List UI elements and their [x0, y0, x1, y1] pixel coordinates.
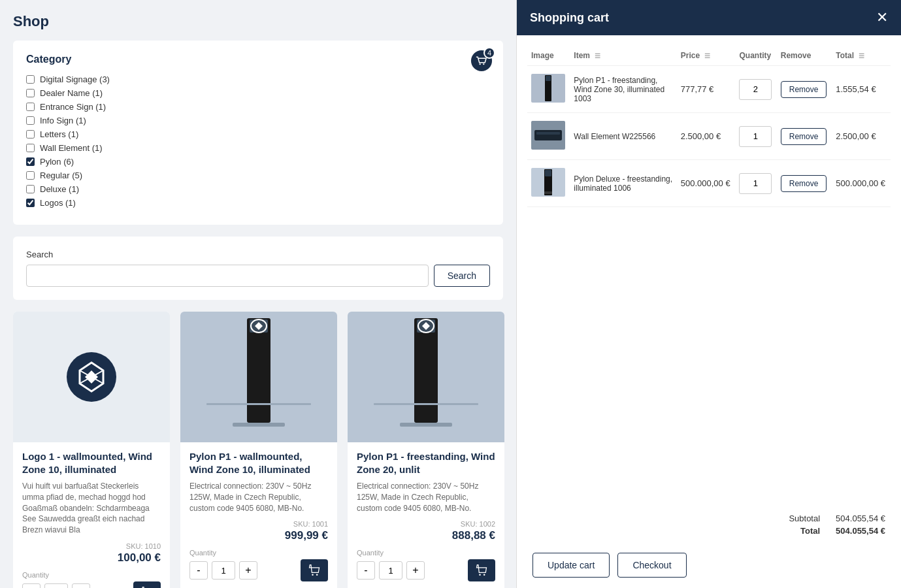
product-name: Pylon P1 - wallmounted, Wind Zone 10, il…: [189, 450, 328, 476]
product-name: Logo 1 - wallmounted, Wind Zone 10, illu…: [22, 450, 161, 476]
quantity-input[interactable]: [379, 561, 402, 580]
svg-rect-11: [206, 403, 311, 405]
category-item[interactable]: Entrance Sign (1): [26, 102, 490, 112]
col-total: Total ☰: [832, 46, 891, 66]
product-desc: Vui huift vui barfuaßat Steckerleis umma…: [22, 481, 161, 536]
cart-icon-button[interactable]: 4: [470, 50, 493, 74]
quantity-decrease-button[interactable]: -: [189, 561, 208, 580]
cart-item-quantity: [735, 66, 776, 113]
subtotal-label: Subtotal: [789, 514, 820, 523]
shop-panel: Shop Category 4 Digital Signage (3)Deale…: [0, 0, 516, 588]
cart-item-image: [527, 160, 570, 207]
category-item[interactable]: Deluxe (1): [26, 184, 490, 194]
svg-rect-30: [545, 170, 551, 176]
cart-close-button[interactable]: ✕: [876, 10, 888, 25]
product-sku: SKU: 1002: [357, 520, 495, 528]
category-item[interactable]: Regular (5): [26, 171, 490, 180]
quantity-decrease-button[interactable]: -: [22, 583, 41, 588]
cart-footer: Update cart Checkout: [517, 542, 901, 588]
product-price: 999,99 €: [189, 529, 328, 542]
search-input[interactable]: [26, 265, 429, 287]
cart-table-wrap: Image Item ☰ Price ☰ Quantity Remove Tot…: [517, 35, 901, 507]
col-remove: Remove: [777, 46, 832, 66]
cart-title: Shopping cart: [530, 11, 609, 25]
category-item[interactable]: Pylon (6): [26, 157, 490, 167]
svg-rect-27: [536, 132, 560, 135]
cart-item-remove: Remove: [777, 66, 832, 113]
product-sku: SKU: 1010: [22, 542, 161, 550]
category-item[interactable]: Dealer Name (1): [26, 88, 490, 98]
cart-item-name: Pylon Deluxe - freestanding, illuminated…: [570, 160, 676, 207]
product-actions: -+: [348, 559, 504, 581]
category-item[interactable]: Digital Signage (3): [26, 74, 490, 84]
cart-item-quantity: [735, 113, 776, 160]
quantity-increase-button[interactable]: +: [406, 561, 425, 580]
cart-item-total: 2.500,00 €: [832, 113, 891, 160]
category-label: Pylon (6): [40, 157, 74, 167]
quantity-input[interactable]: [212, 561, 235, 580]
product-desc: Electrical connection: 230V ~ 50Hz 125W,…: [357, 481, 495, 514]
cart-item-price: 777,77 €: [677, 66, 736, 113]
category-checkbox[interactable]: [26, 171, 35, 180]
category-item[interactable]: Letters (1): [26, 129, 490, 139]
svg-point-20: [479, 574, 481, 576]
cart-item-image: [527, 113, 570, 160]
category-checkbox[interactable]: [26, 116, 35, 125]
cart-item-name: Pylon P1 - freestanding, Wind Zone 30, i…: [570, 66, 676, 113]
cart-quantity-input[interactable]: [739, 173, 772, 194]
category-item[interactable]: Logos (1): [26, 198, 490, 208]
category-label: Regular (5): [40, 171, 82, 180]
svg-point-21: [483, 574, 485, 576]
subtotal-value: 504.055,54 €: [836, 514, 885, 523]
quantity-input[interactable]: [44, 583, 68, 588]
category-checkbox[interactable]: [26, 157, 35, 166]
category-label: Deluxe (1): [40, 184, 79, 194]
product-quantity-label: Quantity: [348, 549, 504, 557]
svg-point-12: [312, 574, 314, 576]
cart-item-remove: Remove: [777, 160, 832, 207]
search-row: Search: [26, 265, 490, 287]
checkout-button[interactable]: Checkout: [617, 553, 686, 578]
svg-rect-7: [247, 318, 270, 423]
cart-item-price: 500.000,00 €: [677, 160, 736, 207]
category-checkbox[interactable]: [26, 75, 35, 84]
search-box: Search Search: [13, 237, 503, 300]
remove-item-button[interactable]: Remove: [781, 175, 827, 192]
cart-quantity-input[interactable]: [739, 126, 772, 147]
cart-panel: Shopping cart ✕ Image Item ☰ Price ☰ Qua…: [516, 0, 901, 588]
remove-item-button[interactable]: Remove: [781, 128, 827, 145]
cart-item-name: Wall Element W225566: [570, 113, 676, 160]
category-label: Letters (1): [40, 129, 78, 139]
cart-item-remove: Remove: [777, 113, 832, 160]
quantity-increase-button[interactable]: +: [239, 561, 257, 580]
product-price: 100,00 €: [22, 551, 161, 564]
col-quantity: Quantity: [735, 46, 776, 66]
category-checkbox[interactable]: [26, 130, 35, 139]
cart-quantity-input[interactable]: [739, 79, 772, 100]
category-item[interactable]: Wall Element (1): [26, 143, 490, 153]
product-actions: -+: [13, 581, 170, 588]
add-to-cart-button[interactable]: [301, 559, 328, 581]
category-checkbox[interactable]: [26, 103, 35, 111]
category-checkbox[interactable]: [26, 199, 35, 207]
category-checkbox[interactable]: [26, 185, 35, 193]
total-label: Total: [800, 526, 820, 536]
quantity-decrease-button[interactable]: -: [357, 561, 375, 580]
remove-item-button[interactable]: Remove: [781, 81, 827, 98]
product-card: Logo 1 - wallmounted, Wind Zone 10, illu…: [13, 312, 170, 588]
svg-rect-10: [233, 423, 285, 427]
search-button[interactable]: Search: [434, 265, 490, 287]
product-desc: Electrical connection: 230V ~ 50Hz 125W,…: [189, 481, 328, 514]
cart-totals: Subtotal 504.055,54 € Total 504.055,54 €: [517, 507, 901, 542]
product-grid: Logo 1 - wallmounted, Wind Zone 10, illu…: [13, 312, 503, 588]
category-label: Wall Element (1): [40, 143, 103, 153]
add-to-cart-button[interactable]: [133, 581, 161, 588]
quantity-increase-button[interactable]: +: [72, 583, 90, 588]
update-cart-button[interactable]: Update cart: [532, 553, 610, 578]
col-price: Price ☰: [677, 46, 736, 66]
category-checkbox[interactable]: [26, 89, 35, 97]
svg-point-2: [483, 63, 484, 65]
category-checkbox[interactable]: [26, 144, 35, 152]
category-item[interactable]: Info Sign (1): [26, 116, 490, 125]
add-to-cart-button[interactable]: [468, 559, 495, 581]
